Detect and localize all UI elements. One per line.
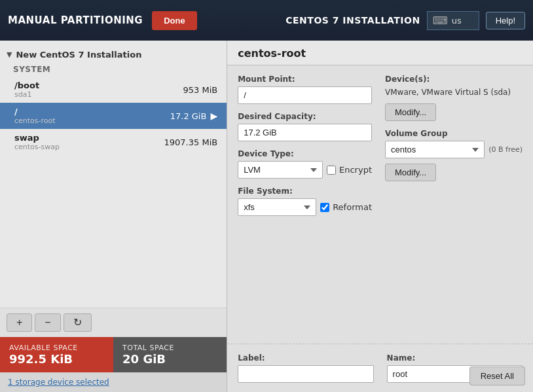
devices-label: Device(s): [385,75,523,84]
divider [227,344,533,344]
refresh-button[interactable]: ↻ [64,313,92,332]
devices-info: VMware, VMware Virtual S (sda) [385,86,523,98]
partition-swap-info: swap centos-swap [14,133,60,151]
mount-point-group: Mount Point: [238,75,372,104]
page-title: MANUAL PARTITIONING [8,14,143,26]
available-space-box: AVAILABLE SPACE 992.5 KiB [0,337,113,372]
encrypt-group: Encrypt [327,165,372,175]
label-input[interactable] [238,365,373,383]
total-space-label: TOTAL SPACE [122,344,217,352]
top-bar: MANUAL PARTITIONING Done CENTOS 7 INSTAL… [0,0,533,41]
label-field: Label: [238,353,373,383]
partition-boot-name: /boot [14,80,39,90]
partition-root-arrow: ▶ [210,111,217,121]
right-panel: centos-root Mount Point: Desired Capacit… [227,41,533,392]
left-panel: ▼ New CentOS 7 Installation SYSTEM /boot… [0,41,227,392]
partition-root-size: 17.2 GiB ▶ [170,111,217,121]
device-type-group: Device Type: LVM Standard Partition BTRF… [238,149,372,179]
partition-swap-name: swap [14,133,60,143]
file-system-label: File System: [238,187,372,196]
space-info: AVAILABLE SPACE 992.5 KiB TOTAL SPACE 20… [0,337,227,372]
help-button[interactable]: Help! [486,12,525,29]
collapse-arrow: ▼ [7,50,12,59]
device-type-select[interactable]: LVM Standard Partition BTRFS LVM Thin Pr… [238,161,323,179]
remove-partition-button[interactable]: − [35,313,60,332]
file-system-group: File System: xfs ext4 ext3 ext2 vfat swa… [238,187,372,216]
reformat-checkbox[interactable] [320,203,329,212]
storage-link[interactable]: 1 storage device selected [8,378,109,387]
partition-root[interactable]: / centos-root 17.2 GiB ▶ [0,103,227,129]
partition-detail-header: centos-root [227,41,533,65]
done-button[interactable]: Done [152,11,197,30]
partition-boot-size: 953 MiB [183,85,217,95]
new-installation-header: ▼ New CentOS 7 Installation [0,46,227,63]
volume-group-label: Volume Group [385,129,523,138]
storage-link-container: 1 storage device selected [0,372,227,392]
desired-capacity-label: Desired Capacity: [238,112,372,121]
encrypt-label: Encrypt [339,165,372,175]
reformat-group: Reformat [320,202,372,212]
label-field-label: Label: [238,353,373,363]
main-content: ▼ New CentOS 7 Installation SYSTEM /boot… [0,41,533,392]
keyboard-input[interactable]: ⌨ us [427,11,479,30]
new-installation-label: New CentOS 7 Installation [16,50,141,60]
bottom-controls: + − ↻ AVAILABLE SPACE 992.5 KiB TOTAL SP… [0,308,227,392]
partition-root-sub: centos-root [14,116,56,125]
keyboard-icon: ⌨ [433,14,448,27]
right-panel-wrapper: centos-root Mount Point: Desired Capacit… [227,41,533,392]
volume-group-group: Volume Group centos (0 B free) Modify... [385,129,523,181]
left-fields: Mount Point: Desired Capacity: Device Ty… [238,75,372,332]
name-field-label: Name: [387,353,523,363]
mount-point-input[interactable] [238,86,372,104]
reset-all-button[interactable]: Reset All [469,366,525,385]
device-type-field: LVM Standard Partition BTRFS LVM Thin Pr… [238,161,372,179]
total-space-value: 20 GiB [122,352,217,366]
file-system-field: xfs ext4 ext3 ext2 vfat swap Reformat [238,198,372,216]
system-label: SYSTEM [0,63,227,77]
keyboard-value: us [452,16,462,26]
partition-boot-info: /boot sda1 [14,80,39,99]
volume-group-free: (0 B free) [488,145,523,154]
right-body: Mount Point: Desired Capacity: Device Ty… [227,65,533,341]
reformat-label: Reformat [333,202,372,212]
partition-swap-size: 1907.35 MiB [164,137,218,147]
encrypt-checkbox[interactable] [327,166,336,175]
partition-list: ▼ New CentOS 7 Installation SYSTEM /boot… [0,41,227,308]
volume-group-row: centos (0 B free) [385,141,523,158]
device-type-label: Device Type: [238,149,372,158]
top-bar-right: CENTOS 7 INSTALLATION ⌨ us Help! [285,11,525,30]
total-space-box: TOTAL SPACE 20 GiB [113,337,227,372]
toolbar-buttons: + − ↻ [0,308,227,337]
top-bar-left: MANUAL PARTITIONING Done [8,11,197,30]
volume-group-select[interactable]: centos [385,141,485,158]
right-fields: Device(s): VMware, VMware Virtual S (sda… [385,75,523,332]
file-system-select[interactable]: xfs ext4 ext3 ext2 vfat swap [238,198,316,216]
volume-modify-button[interactable]: Modify... [385,164,436,181]
available-space-label: AVAILABLE SPACE [9,344,104,352]
add-partition-button[interactable]: + [7,313,32,332]
partition-root-info: / centos-root [14,107,56,125]
partition-root-name: / [14,107,56,116]
available-space-value: 992.5 KiB [9,352,104,366]
partition-boot[interactable]: /boot sda1 953 MiB [0,77,227,103]
partition-swap[interactable]: swap centos-swap 1907.35 MiB [0,129,227,155]
installation-title: CENTOS 7 INSTALLATION [285,15,420,26]
mount-point-label: Mount Point: [238,75,372,84]
devices-modify-button[interactable]: Modify... [385,103,436,121]
partition-swap-sub: centos-swap [14,143,60,151]
desired-capacity-group: Desired Capacity: [238,112,372,141]
devices-group: Device(s): VMware, VMware Virtual S (sda… [385,75,523,121]
partition-boot-sub: sda1 [14,90,39,99]
desired-capacity-input[interactable] [238,124,372,141]
